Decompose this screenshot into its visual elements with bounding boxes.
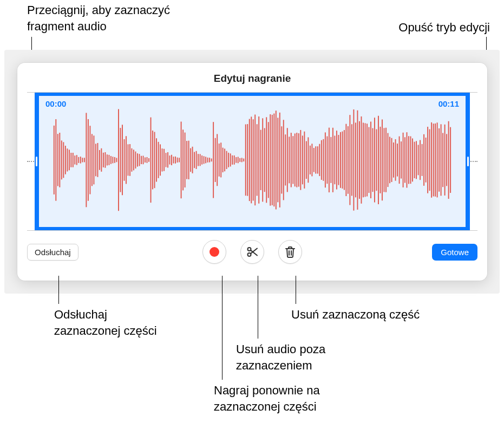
edit-recording-panel: Edytuj nagranie 00:00 00:11 Odsłuchaj [17, 63, 487, 281]
record-icon [208, 246, 220, 258]
trim-button[interactable] [240, 240, 264, 264]
callout-rerecord: Nagraj ponownie na zaznaczonej części [214, 382, 320, 414]
waveform-svg [52, 103, 453, 217]
callout-line [58, 276, 59, 304]
callout-listen: Odsłuchaj zaznaczonej części [54, 307, 157, 339]
listen-button[interactable]: Odsłuchaj [27, 244, 78, 261]
callout-line [258, 276, 258, 339]
delete-button[interactable] [278, 240, 302, 264]
selection-handle-left[interactable] [36, 157, 37, 166]
callout-exit: Opuść tryb edycji [398, 20, 490, 36]
record-button[interactable] [202, 240, 226, 264]
callout-line [222, 276, 222, 380]
toolbar: Odsłuchaj [27, 239, 477, 264]
selection-handle-right[interactable] [467, 157, 469, 166]
waveform-area[interactable]: 00:00 00:11 [27, 92, 477, 231]
done-button[interactable]: Gotowe [432, 244, 477, 261]
selection-range[interactable]: 00:00 00:11 [35, 93, 470, 230]
callout-delete: Usuń zaznaczoną część [291, 307, 420, 323]
svg-point-210 [210, 247, 219, 257]
trash-icon [284, 245, 296, 258]
callout-line [296, 276, 296, 304]
callout-trim: Usuń audio poza zaznaczeniem [236, 341, 325, 373]
scissors-icon [246, 245, 259, 258]
center-tools [202, 240, 302, 264]
panel-title: Edytuj nagranie [27, 73, 477, 85]
callout-drag: Przeciągnij, aby zaznaczyć fragment audi… [27, 2, 170, 34]
